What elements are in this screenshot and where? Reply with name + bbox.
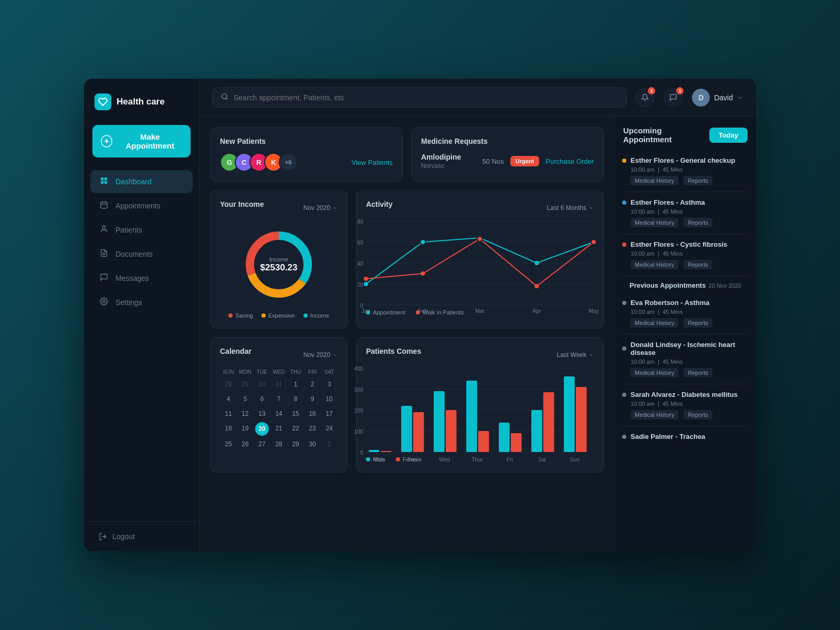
cal-day[interactable]: 31 (270, 378, 287, 391)
sidebar-item-dashboard[interactable]: Dashboard (90, 170, 193, 193)
medical-history-btn-4[interactable]: Medical History (631, 318, 678, 328)
patients-label: Patients (116, 226, 142, 234)
medical-history-btn-3[interactable]: Medical History (631, 260, 678, 269)
search-input[interactable] (234, 93, 618, 102)
cal-day[interactable]: 25 (220, 438, 237, 450)
cal-day[interactable]: 11 (220, 407, 237, 420)
medical-history-btn-5[interactable]: Medical History (631, 368, 678, 377)
user-profile[interactable]: D David (692, 89, 743, 107)
cal-day[interactable]: 5 (237, 393, 254, 405)
income-card: Your Income Nov 2020 (210, 190, 348, 329)
cal-day[interactable]: 2 (304, 378, 321, 391)
donut-value: $2530.23 (260, 262, 298, 273)
cal-day[interactable]: 13 (254, 407, 270, 420)
chevron-down-activity-icon (589, 205, 594, 211)
reports-btn-3[interactable]: Reports (684, 260, 712, 269)
cal-day[interactable]: 28 (270, 438, 287, 450)
svg-rect-61 (499, 423, 510, 452)
income-header: Your Income Nov 2020 (220, 200, 338, 216)
reports-btn-5[interactable]: Reports (684, 368, 712, 377)
cal-day[interactable]: 23 (304, 422, 321, 436)
sidebar-item-messages[interactable]: Messages (90, 267, 193, 290)
medicine-content: Amlodipine Norvasc 50 Nos Urgent Purchas… (421, 153, 594, 170)
sidebar-item-appointments[interactable]: Appointments (90, 194, 193, 217)
logout-button[interactable]: Logout (84, 521, 199, 551)
cal-day[interactable]: 26 (237, 438, 254, 450)
reports-btn-1[interactable]: Reports (684, 176, 712, 185)
appt-dot-7 (622, 435, 626, 439)
cal-day[interactable]: 1 (321, 438, 338, 450)
medicine-name: Amlodipine (421, 153, 461, 161)
donut-container: Income $2530.23 (220, 225, 338, 304)
cal-day[interactable]: 18 (220, 422, 237, 436)
svg-text:May: May (589, 308, 599, 314)
cal-day[interactable]: 6 (254, 393, 270, 405)
medical-history-btn-1[interactable]: Medical History (631, 176, 678, 185)
cal-day[interactable]: 17 (321, 407, 338, 420)
reports-btn-2[interactable]: Reports (684, 218, 712, 227)
medical-history-btn-6[interactable]: Medical History (631, 410, 678, 419)
right-panel: Upcoming Appointment Today Esther Flores… (614, 117, 756, 551)
app-title: Health care (117, 97, 165, 107)
svg-text:400: 400 (354, 366, 364, 372)
cal-day[interactable]: 14 (270, 407, 287, 420)
cal-day[interactable]: 30 (304, 438, 321, 450)
sidebar-item-patients[interactable]: Patients (90, 218, 193, 242)
cal-day[interactable]: 28 (220, 378, 237, 391)
cal-day[interactable]: 24 (321, 422, 338, 436)
avatar-more: +6 (279, 153, 298, 172)
sidebar-item-settings[interactable]: Settings (90, 291, 193, 314)
calendar-grid: SUN MON TUE WED THU FRI SAT 28 29 (220, 369, 338, 450)
cal-day[interactable]: 27 (254, 438, 270, 450)
cal-day[interactable]: 10 (321, 393, 338, 405)
appt-time-4: 10:00 am | 45 Mins (631, 309, 749, 315)
notification-badge: 1 (648, 87, 655, 94)
calendar-period[interactable]: Nov 2020 (303, 351, 338, 359)
search-bar[interactable] (212, 87, 627, 108)
reports-btn-6[interactable]: Reports (684, 410, 712, 419)
make-appointment-button[interactable]: + Make Appointment (92, 125, 191, 158)
cal-day[interactable]: 30 (254, 378, 270, 391)
patients-period[interactable]: Last Week (557, 351, 594, 359)
activity-header: Activity Last 6 Months (366, 200, 594, 216)
cal-day[interactable]: 3 (321, 378, 338, 391)
cal-day[interactable]: 29 (287, 438, 304, 450)
cal-day[interactable]: 19 (237, 422, 254, 436)
right-panel-header: Upcoming Appointment Today (615, 117, 756, 150)
cal-day[interactable]: 21 (270, 422, 287, 436)
purchase-order-link[interactable]: Purchase Order (545, 158, 594, 165)
cal-day-today[interactable]: 20 (255, 422, 269, 436)
svg-point-35 (477, 236, 482, 242)
cal-day[interactable]: 16 (304, 407, 321, 420)
view-patients-link[interactable]: View Patients (351, 159, 393, 166)
appt-time-6: 10:00 am | 45 Mins (631, 401, 749, 407)
message-button[interactable]: 1 (664, 88, 682, 107)
appt-dot-2 (622, 201, 626, 205)
previous-section-divider: Previous Appointments 20 Nov 2020 (622, 276, 749, 292)
cal-day[interactable]: 29 (237, 378, 254, 391)
donut-label: Income (260, 256, 298, 262)
activity-period[interactable]: Last 6 Months (547, 204, 594, 212)
notification-button[interactable]: 1 (635, 88, 654, 107)
svg-rect-4 (101, 202, 107, 208)
medical-history-btn-2[interactable]: Medical History (631, 218, 678, 227)
cal-day[interactable]: 22 (287, 422, 304, 436)
cal-day[interactable]: 8 (287, 393, 304, 405)
svg-text:Jan: Jan (362, 308, 371, 314)
logo-icon (94, 93, 111, 110)
cal-day[interactable]: 9 (304, 393, 321, 405)
cal-day[interactable]: 4 (220, 393, 237, 405)
svg-text:Thur: Thur (471, 457, 483, 463)
today-button[interactable]: Today (709, 128, 748, 143)
nav-items: Dashboard Appointments Patients Document… (84, 170, 199, 521)
cal-day[interactable]: 12 (237, 407, 254, 420)
legend-saving: Saving (228, 312, 253, 319)
reports-btn-4[interactable]: Reports (684, 318, 712, 328)
appt-item-7: Sadie Palmer - Trachea (622, 426, 749, 449)
cal-day[interactable]: 1 (287, 378, 304, 391)
activity-chart: 80 60 40 20 0 (366, 221, 594, 305)
cal-day[interactable]: 15 (287, 407, 304, 420)
sidebar-item-documents[interactable]: Documents (90, 243, 193, 266)
income-period[interactable]: Nov 2020 (303, 204, 338, 212)
cal-day[interactable]: 7 (270, 393, 287, 405)
